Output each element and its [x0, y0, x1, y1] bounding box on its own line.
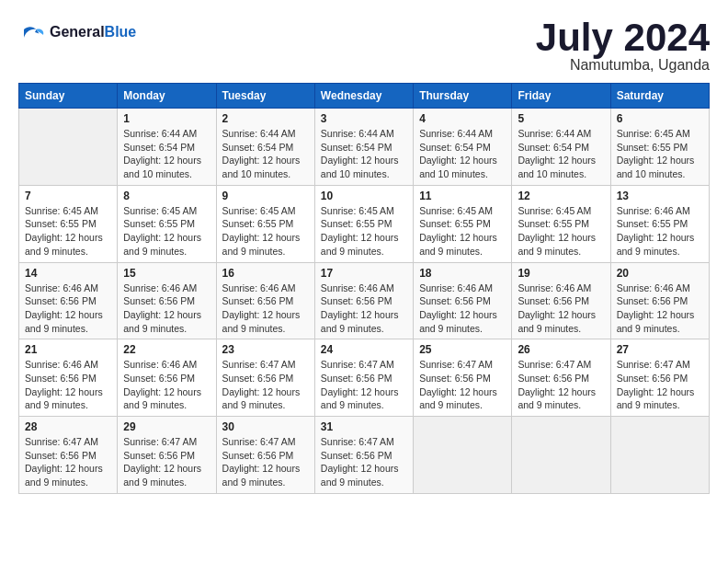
day-number: 15 [123, 267, 210, 280]
table-row: 22Sunrise: 6:46 AM Sunset: 6:56 PM Dayli… [118, 339, 216, 417]
day-info: Sunrise: 6:44 AM Sunset: 6:54 PM Dayligh… [222, 127, 309, 181]
day-info: Sunrise: 6:46 AM Sunset: 6:56 PM Dayligh… [25, 358, 111, 412]
calendar-table: Sunday Monday Tuesday Wednesday Thursday… [18, 83, 710, 494]
day-number: 2 [222, 112, 309, 125]
table-row: 13Sunrise: 6:46 AM Sunset: 6:55 PM Dayli… [610, 185, 709, 262]
day-info: Sunrise: 6:47 AM Sunset: 6:56 PM Dayligh… [222, 358, 309, 412]
table-row: 1Sunrise: 6:44 AM Sunset: 6:54 PM Daylig… [118, 109, 216, 186]
day-info: Sunrise: 6:46 AM Sunset: 6:56 PM Dayligh… [518, 282, 604, 336]
day-number: 11 [419, 190, 506, 202]
day-info: Sunrise: 6:47 AM Sunset: 6:56 PM Dayligh… [222, 435, 309, 489]
day-number: 10 [321, 190, 407, 202]
day-number: 23 [222, 343, 309, 356]
table-row: 23Sunrise: 6:47 AM Sunset: 6:56 PM Dayli… [216, 339, 314, 417]
day-number: 20 [617, 267, 703, 280]
table-row: 21Sunrise: 6:46 AM Sunset: 6:56 PM Dayli… [19, 339, 118, 417]
table-row [610, 417, 709, 494]
calendar-title-block: July 2024 Namutumba, Uganda [536, 18, 710, 74]
day-number: 17 [321, 267, 407, 280]
day-info: Sunrise: 6:45 AM Sunset: 6:55 PM Dayligh… [25, 204, 111, 259]
day-number: 13 [617, 190, 703, 202]
day-info: Sunrise: 6:45 AM Sunset: 6:55 PM Dayligh… [222, 204, 309, 259]
col-tuesday: Tuesday [216, 84, 314, 109]
table-row: 24Sunrise: 6:47 AM Sunset: 6:56 PM Dayli… [314, 339, 413, 417]
calendar-week-row: 14Sunrise: 6:46 AM Sunset: 6:56 PM Dayli… [19, 262, 710, 339]
table-row: 8Sunrise: 6:45 AM Sunset: 6:55 PM Daylig… [118, 185, 216, 262]
day-number: 22 [123, 343, 210, 356]
day-info: Sunrise: 6:46 AM Sunset: 6:55 PM Dayligh… [617, 204, 703, 259]
day-info: Sunrise: 6:46 AM Sunset: 6:56 PM Dayligh… [617, 282, 703, 336]
logo-text: GeneralBlue [50, 23, 136, 40]
table-row: 9Sunrise: 6:45 AM Sunset: 6:55 PM Daylig… [216, 185, 314, 262]
day-number: 1 [123, 112, 210, 125]
day-number: 25 [419, 343, 506, 356]
table-row [512, 417, 610, 494]
day-info: Sunrise: 6:47 AM Sunset: 6:56 PM Dayligh… [518, 358, 604, 412]
calendar-week-row: 7Sunrise: 6:45 AM Sunset: 6:55 PM Daylig… [19, 185, 710, 262]
day-number: 24 [321, 343, 407, 356]
day-info: Sunrise: 6:45 AM Sunset: 6:55 PM Dayligh… [419, 204, 506, 259]
day-info: Sunrise: 6:47 AM Sunset: 6:56 PM Dayligh… [321, 435, 407, 489]
table-row [19, 109, 118, 186]
table-row: 31Sunrise: 6:47 AM Sunset: 6:56 PM Dayli… [314, 417, 413, 494]
table-row: 17Sunrise: 6:46 AM Sunset: 6:56 PM Dayli… [314, 262, 413, 339]
day-info: Sunrise: 6:47 AM Sunset: 6:56 PM Dayligh… [419, 358, 506, 412]
day-info: Sunrise: 6:46 AM Sunset: 6:56 PM Dayligh… [123, 282, 210, 336]
day-number: 27 [617, 343, 703, 356]
table-row: 10Sunrise: 6:45 AM Sunset: 6:55 PM Dayli… [314, 185, 413, 262]
logo-icon [18, 18, 46, 46]
col-sunday: Sunday [19, 84, 118, 109]
day-number: 8 [123, 190, 210, 202]
table-row: 3Sunrise: 6:44 AM Sunset: 6:54 PM Daylig… [314, 109, 413, 186]
day-number: 3 [321, 112, 407, 125]
calendar-week-row: 28Sunrise: 6:47 AM Sunset: 6:56 PM Dayli… [19, 417, 710, 494]
day-info: Sunrise: 6:47 AM Sunset: 6:56 PM Dayligh… [25, 435, 111, 489]
calendar-week-row: 21Sunrise: 6:46 AM Sunset: 6:56 PM Dayli… [19, 339, 710, 417]
table-row: 11Sunrise: 6:45 AM Sunset: 6:55 PM Dayli… [414, 185, 512, 262]
day-info: Sunrise: 6:44 AM Sunset: 6:54 PM Dayligh… [518, 127, 604, 181]
table-row: 7Sunrise: 6:45 AM Sunset: 6:55 PM Daylig… [19, 185, 118, 262]
table-row: 5Sunrise: 6:44 AM Sunset: 6:54 PM Daylig… [512, 109, 610, 186]
day-number: 4 [419, 112, 506, 125]
table-row: 14Sunrise: 6:46 AM Sunset: 6:56 PM Dayli… [19, 262, 118, 339]
day-number: 12 [518, 190, 604, 202]
day-number: 18 [419, 267, 506, 280]
table-row: 16Sunrise: 6:46 AM Sunset: 6:56 PM Dayli… [216, 262, 314, 339]
day-number: 30 [222, 420, 309, 433]
table-row: 25Sunrise: 6:47 AM Sunset: 6:56 PM Dayli… [414, 339, 512, 417]
table-row: 29Sunrise: 6:47 AM Sunset: 6:56 PM Dayli… [118, 417, 216, 494]
table-row: 6Sunrise: 6:45 AM Sunset: 6:55 PM Daylig… [610, 109, 709, 186]
logo: GeneralBlue [18, 18, 136, 46]
col-thursday: Thursday [414, 84, 512, 109]
day-info: Sunrise: 6:46 AM Sunset: 6:56 PM Dayligh… [222, 282, 309, 336]
day-number: 9 [222, 190, 309, 202]
table-row: 30Sunrise: 6:47 AM Sunset: 6:56 PM Dayli… [216, 417, 314, 494]
table-row: 2Sunrise: 6:44 AM Sunset: 6:54 PM Daylig… [216, 109, 314, 186]
day-number: 7 [25, 190, 111, 202]
day-number: 6 [617, 112, 703, 125]
day-info: Sunrise: 6:46 AM Sunset: 6:56 PM Dayligh… [321, 282, 407, 336]
day-number: 19 [518, 267, 604, 280]
day-number: 26 [518, 343, 604, 356]
day-info: Sunrise: 6:44 AM Sunset: 6:54 PM Dayligh… [123, 127, 210, 181]
table-row: 19Sunrise: 6:46 AM Sunset: 6:56 PM Dayli… [512, 262, 610, 339]
day-number: 21 [25, 343, 111, 356]
col-friday: Friday [512, 84, 610, 109]
day-info: Sunrise: 6:47 AM Sunset: 6:56 PM Dayligh… [617, 358, 703, 412]
table-row: 28Sunrise: 6:47 AM Sunset: 6:56 PM Dayli… [19, 417, 118, 494]
col-monday: Monday [118, 84, 216, 109]
day-info: Sunrise: 6:46 AM Sunset: 6:56 PM Dayligh… [123, 358, 210, 412]
calendar-header-row: Sunday Monday Tuesday Wednesday Thursday… [19, 84, 710, 109]
day-number: 28 [25, 420, 111, 433]
month-year-title: July 2024 [536, 18, 710, 57]
day-info: Sunrise: 6:45 AM Sunset: 6:55 PM Dayligh… [321, 204, 407, 259]
day-info: Sunrise: 6:46 AM Sunset: 6:56 PM Dayligh… [25, 282, 111, 336]
table-row [414, 417, 512, 494]
table-row: 20Sunrise: 6:46 AM Sunset: 6:56 PM Dayli… [610, 262, 709, 339]
day-info: Sunrise: 6:45 AM Sunset: 6:55 PM Dayligh… [123, 204, 210, 259]
day-number: 14 [25, 267, 111, 280]
table-row: 12Sunrise: 6:45 AM Sunset: 6:55 PM Dayli… [512, 185, 610, 262]
table-row: 26Sunrise: 6:47 AM Sunset: 6:56 PM Dayli… [512, 339, 610, 417]
calendar-week-row: 1Sunrise: 6:44 AM Sunset: 6:54 PM Daylig… [19, 109, 710, 186]
day-info: Sunrise: 6:45 AM Sunset: 6:55 PM Dayligh… [518, 204, 604, 259]
